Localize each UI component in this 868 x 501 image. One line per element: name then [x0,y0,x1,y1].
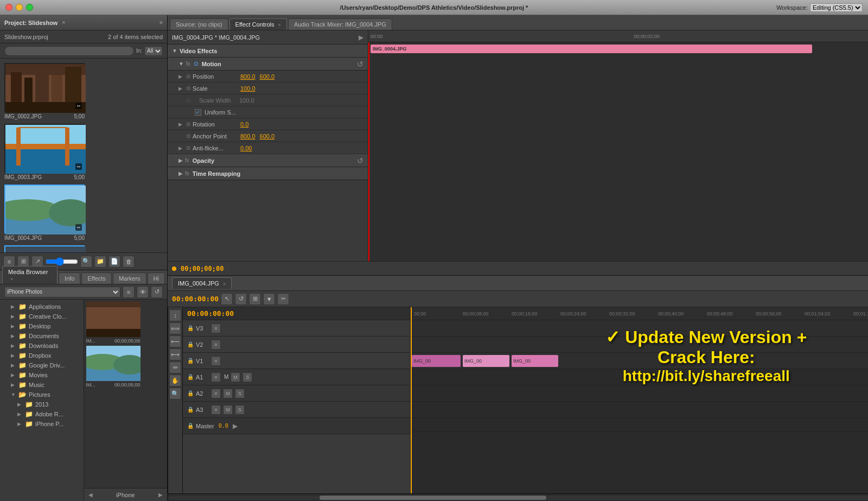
ec-video-effects-header[interactable]: ▼ Video Effects [168,45,368,58]
motion-reset-btn[interactable]: ↺ [357,60,363,68]
timeline-selection-tool[interactable]: ↖ [221,293,233,305]
v1-sync-btn[interactable]: ≡ [211,356,221,366]
tab-hi[interactable]: Hi [148,272,165,284]
a2-m-btn[interactable]: M [223,389,233,398]
timeline-scrollbar[interactable] [168,493,868,501]
a2-s-btn[interactable]: S [235,389,245,398]
project-panel-menu[interactable]: ≡ [159,20,163,26]
tool-ripple[interactable]: ⟺ [169,322,181,334]
track-content-a3[interactable]: ✓ Update New Version + Crack Here: http:… [411,402,868,418]
tree-item-iphonep[interactable]: ▶ 📁 iPhone P... [0,419,84,429]
anchor-y-val[interactable]: 600.0 [260,133,275,139]
track-content-a1[interactable] [411,369,868,385]
browser-filter-btn[interactable]: ≡ [123,286,135,298]
preview-item-1[interactable]: IM... 00;00;05;00 [86,302,141,344]
timeline-dropdown[interactable]: ▼ [263,293,275,305]
tab-effect-controls[interactable]: Effect Controls × [229,18,287,30]
tool-move[interactable]: ↕ [169,309,181,321]
project-in-select[interactable]: All [144,46,163,56]
scale-val[interactable]: 100.0 [240,85,256,92]
timeline-razor-tool[interactable]: ✂ [277,293,289,305]
ec-clip-expand[interactable]: ▶ [359,34,363,41]
a1-s-btn[interactable]: S [242,372,252,382]
position-y-val[interactable]: 600.0 [260,73,275,80]
track-content-v1[interactable]: IMG_00 IMG_00 IMG_00 [411,353,868,369]
tab-info[interactable]: Info [59,272,80,284]
tree-item-pictures[interactable]: ▼ 📂 Pictures [0,390,84,399]
close-button[interactable] [5,4,12,11]
tree-item-applications[interactable]: ▶ 📁 Applications [0,302,84,312]
tab-media-browser[interactable]: Media Browser × [2,266,58,284]
project-panel-close[interactable]: × [62,20,65,26]
tree-item-downloads[interactable]: ▶ 📁 Downloads [0,341,84,351]
project-search-input[interactable] [4,46,134,56]
search-btn[interactable]: 🔍 [80,256,92,268]
thumbnail-item-0004b[interactable]: ▪▪ IMG_0004.JPG 15;00 [4,245,85,252]
opacity-reset-btn[interactable]: ↺ [357,156,363,165]
tab-effects[interactable]: Effects [81,272,111,284]
anti-flicker-val[interactable]: 0.00 [240,145,252,151]
browser-view-btn[interactable]: 👁 [137,286,149,298]
tab-source[interactable]: Source: (no clips) [170,18,228,30]
tree-item-dropbox[interactable]: ▶ 📁 Dropbox [0,351,84,360]
tool-zoom[interactable]: 🔍 [169,388,181,399]
tool-slip[interactable]: ⟵ [169,335,181,347]
tool-hand[interactable]: ✋ [169,375,181,386]
media-browser-tab-close[interactable]: × [10,276,13,282]
thumbnail-item-0003[interactable]: ▪▪ IMG_0003.JPG 5;00 [4,124,85,180]
rotation-val[interactable]: 0.0 [240,121,248,128]
timeline-ripple-tool[interactable]: ↺ [235,293,247,305]
bottom-left-scroll-right[interactable]: ▶ [158,492,163,498]
ec-time-remapping-header[interactable]: ▶ fx Time Remapping [168,167,368,180]
position-x-val[interactable]: 800.0 [240,73,256,80]
ec-motion-header[interactable]: ▼ fx ⊙ Motion ↺ [168,58,368,71]
tree-item-documents[interactable]: ▶ 📁 Documents [0,331,84,341]
uniform-scale-checkbox[interactable]: ✓ [195,109,201,116]
track-content-a2[interactable] [411,385,868,402]
timeline-timecode[interactable]: 00:00:00:00 [172,295,219,303]
v1-clip-1[interactable]: IMG_00 [412,355,461,367]
anchor-x-val[interactable]: 800.0 [240,133,256,139]
workspace-select[interactable]: Editing (CS5.5) [810,3,863,12]
v1-clip-2[interactable]: IMG_00 [463,355,509,367]
tool-pen[interactable]: ✏ [169,362,181,373]
new-item-btn[interactable]: 📄 [108,256,120,268]
a3-s-btn[interactable]: S [235,405,245,415]
master-arrow[interactable]: ▶ [233,422,238,430]
v2-sync-btn[interactable]: ≡ [211,340,221,350]
a2-sync-btn[interactable]: ≡ [211,389,221,398]
v3-sync-btn[interactable]: ≡ [211,324,221,333]
browser-source-select[interactable]: iPhone Photos [4,287,120,297]
tree-item-desktop[interactable]: ▶ 📁 Desktop [0,321,84,331]
tree-item-creative[interactable]: ▶ 📁 Creative Clo... [0,312,84,321]
tab-timeline[interactable]: IMG_0004.JPG × [172,277,232,289]
tree-item-movies[interactable]: ▶ 📁 Movies [0,370,84,380]
ec-opacity-header[interactable]: ▶ fx Opacity ↺ [168,154,368,167]
tab-audio-mixer[interactable]: Audio Track Mixer: IMG_0004.JPG [288,18,392,30]
tool-slide[interactable]: ⟷ [169,348,181,360]
thumbnail-item-0004a[interactable]: ▪▪ IMG_0004.JPG 5;00 [4,185,85,241]
a3-sync-btn[interactable]: ≡ [211,405,221,415]
tree-item-googledrive[interactable]: ▶ 📁 Google Driv... [0,360,84,370]
delete-btn[interactable]: 🗑 [123,256,135,268]
a3-m-btn[interactable]: M [223,405,233,415]
a1-sync-btn[interactable]: ≡ [211,372,221,382]
preview-item-2[interactable]: IM... 00;00;05;00 [86,346,141,388]
folder-btn[interactable]: 📁 [94,256,106,268]
v1-clip-3[interactable]: IMG_00 [512,355,558,367]
a1-m-btn[interactable]: M [231,372,240,382]
tree-item-2013[interactable]: ▶ 📁 2013 [0,399,84,409]
maximize-button[interactable] [26,4,33,11]
thumbnail-item-0002[interactable]: ▪▪ IMG_0002.JPG 5;00 [4,63,85,119]
tab-markers[interactable]: Markers [113,272,146,284]
ec-tab-close[interactable]: × [278,22,281,28]
timeline-track-select[interactable]: ⊞ [249,293,261,305]
zoom-slider[interactable] [46,257,78,266]
tree-item-adober[interactable]: ▶ 📁 Adobe R... [0,409,84,419]
track-content-v2[interactable] [411,337,868,353]
tree-item-music[interactable]: ▶ 📁 Music [0,380,84,390]
browser-refresh-btn[interactable]: ↺ [151,286,163,298]
track-content-master[interactable] [411,418,868,432]
minimize-button[interactable] [16,4,23,11]
track-content-v3[interactable] [411,320,868,337]
